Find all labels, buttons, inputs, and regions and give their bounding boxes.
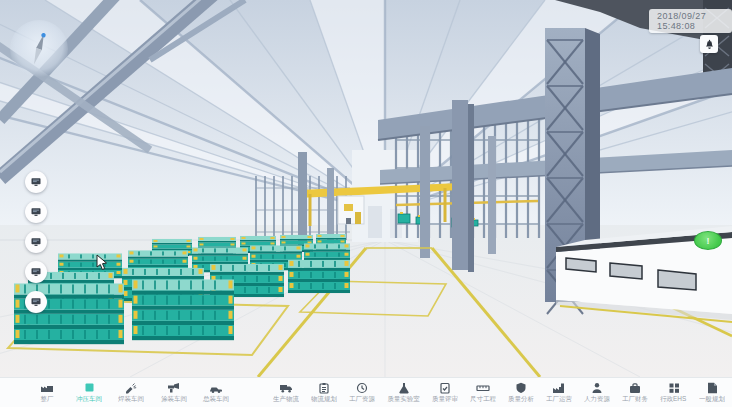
3d-viewport[interactable] — [0, 0, 732, 377]
dashboard-button-5[interactable] — [25, 291, 47, 313]
compass-needle-icon — [27, 31, 51, 68]
module-tab-label: 质量评审 — [432, 395, 458, 402]
welding-shop-icon — [124, 382, 138, 394]
module-tab-label: 工厂资源 — [349, 395, 375, 402]
module-tab-label: 一般规划 — [699, 395, 725, 402]
workshop-tab-plant[interactable]: 整厂 — [34, 382, 60, 403]
module-tab-finance[interactable]: 工厂财务 — [621, 382, 649, 403]
module-tab-label: 质量分析 — [508, 395, 534, 402]
bell-icon — [704, 39, 715, 50]
status-marker-label: ! — [707, 236, 710, 246]
workshop-tab-label: 涂装车间 — [161, 395, 187, 402]
factory-scene — [0, 0, 732, 377]
module-tabs: 生产物流 物流规划 工厂资源 质量实验室 质量评审 尺寸工程 — [272, 378, 726, 407]
module-tab-label: 物流规划 — [311, 395, 337, 402]
clipboard-icon — [317, 382, 331, 394]
module-tab-quality-lab[interactable]: 质量实验室 — [386, 382, 421, 403]
module-tab-logistics[interactable]: 生产物流 — [272, 382, 300, 403]
workshop-tab-painting[interactable]: 涂装车间 — [160, 382, 188, 403]
module-tab-label: 质量实验室 — [388, 395, 420, 402]
notification-button[interactable] — [700, 35, 718, 53]
assembly-shop-icon — [209, 382, 223, 394]
module-tab-general-planning[interactable]: 一般规划 — [698, 382, 726, 403]
ruler-icon — [476, 382, 490, 394]
dashboard-button-1[interactable] — [25, 171, 47, 193]
compass-widget[interactable] — [10, 20, 68, 78]
truck-icon — [279, 382, 293, 394]
painting-shop-icon — [167, 382, 181, 394]
module-tab-label: 工厂财务 — [623, 395, 649, 402]
module-tab-hr[interactable]: 人力资源 — [583, 382, 611, 403]
clock-icon — [355, 382, 369, 394]
module-tab-label: 人力资源 — [584, 395, 610, 402]
shield-icon — [514, 382, 528, 394]
monitor-icon — [30, 236, 42, 248]
module-tab-operations[interactable]: 工厂运营 — [545, 382, 573, 403]
dashboard-button-2[interactable] — [25, 201, 47, 223]
dashboard-button-3[interactable] — [25, 231, 47, 253]
module-tab-ehs[interactable]: 行政EHS — [659, 382, 687, 403]
workshop-tab-label: 焊装车间 — [118, 395, 144, 402]
workshop-tab-label: 总装车间 — [203, 395, 229, 402]
workshop-tab-label: 冲压车间 — [76, 395, 102, 402]
module-tab-resources[interactable]: 工厂资源 — [348, 382, 376, 403]
module-tab-label: 行政EHS — [661, 395, 687, 402]
monitor-icon — [30, 266, 42, 278]
workshop-tab-assembly[interactable]: 总装车间 — [202, 382, 230, 403]
person-icon — [590, 382, 604, 394]
dashboard-button-4[interactable] — [25, 261, 47, 283]
module-tab-label: 生产物流 — [273, 395, 299, 402]
module-tab-quality-review[interactable]: 质量评审 — [431, 382, 459, 403]
monitor-icon — [30, 206, 42, 218]
flask-icon — [397, 382, 411, 394]
module-tab-dimension[interactable]: 尺寸工程 — [469, 382, 497, 403]
stamping-shop-icon — [82, 382, 96, 394]
module-tab-logistics-planning[interactable]: 物流规划 — [310, 382, 338, 403]
monitor-icon — [30, 296, 42, 308]
digital-twin-app: 2018/09/27 15:48:08 ! 整厂 — [0, 0, 732, 407]
plant-overview-icon — [40, 382, 54, 394]
workshop-tab-label: 整厂 — [41, 395, 54, 402]
workshop-tab-welding[interactable]: 焊装车间 — [117, 382, 145, 403]
module-tab-label: 工厂运营 — [546, 395, 572, 402]
workshop-tabs: 整厂 冲压车间 焊装车间 涂装车间 总装车间 — [34, 378, 230, 407]
briefcase-icon — [628, 382, 642, 394]
doc-check-icon — [438, 382, 452, 394]
status-marker-green[interactable]: ! — [694, 231, 722, 250]
factory-icon — [552, 382, 566, 394]
module-tab-label: 尺寸工程 — [470, 395, 496, 402]
grid-icon — [667, 382, 681, 394]
module-tab-quality-analysis[interactable]: 质量分析 — [507, 382, 535, 403]
monitor-icon — [30, 176, 42, 188]
document-icon — [705, 382, 719, 394]
bottom-toolbar: 整厂 冲压车间 焊装车间 涂装车间 总装车间 生产物流 — [0, 377, 732, 407]
workshop-tab-stamping[interactable]: 冲压车间 — [75, 382, 103, 403]
timestamp: 2018/09/27 15:48:08 — [649, 9, 732, 33]
